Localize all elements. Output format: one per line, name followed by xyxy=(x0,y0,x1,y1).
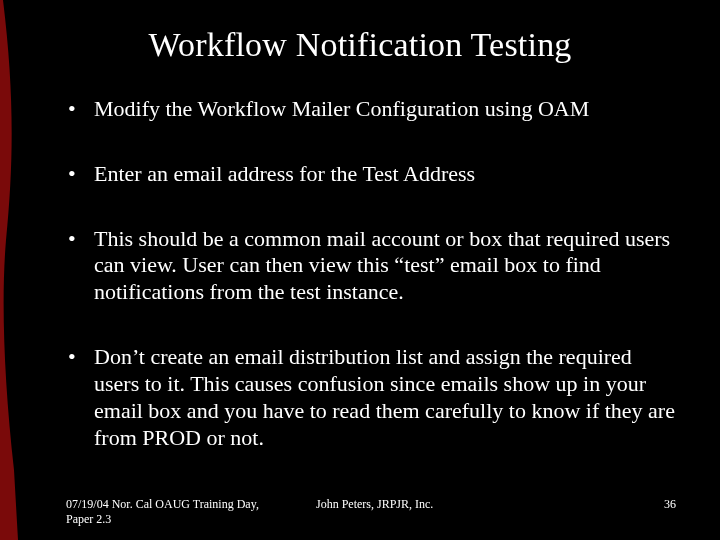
slide-title: Workflow Notification Testing xyxy=(0,26,720,64)
bullet-item: Modify the Workflow Mailer Configuration… xyxy=(66,96,676,123)
bullet-item: Don’t create an email distribution list … xyxy=(66,344,676,451)
left-accent-stripe xyxy=(0,0,18,540)
footer-center: John Peters, JRPJR, Inc. xyxy=(286,497,636,512)
footer-left: 07/19/04 Nor. Cal OAUG Training Day, Pap… xyxy=(66,497,286,526)
slide: Workflow Notification Testing Modify the… xyxy=(0,0,720,540)
bullet-item: Enter an email address for the Test Addr… xyxy=(66,161,676,188)
slide-footer: 07/19/04 Nor. Cal OAUG Training Day, Pap… xyxy=(66,497,676,526)
bullet-item: This should be a common mail account or … xyxy=(66,226,676,306)
slide-body: Modify the Workflow Mailer Configuration… xyxy=(66,96,676,451)
accent-curve-icon xyxy=(0,0,18,540)
footer-page-number: 36 xyxy=(636,497,676,512)
bullet-list: Modify the Workflow Mailer Configuration… xyxy=(66,96,676,451)
